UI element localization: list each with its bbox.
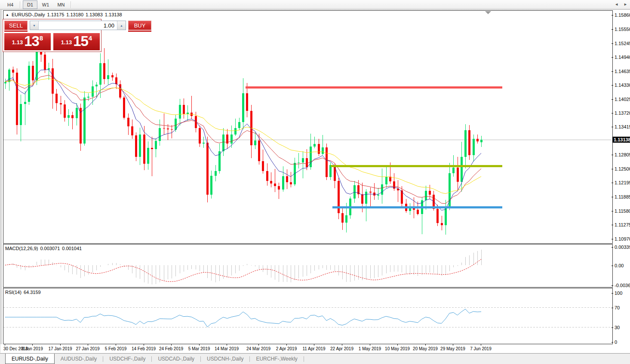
rsi-label: RSI(14)64.3159 xyxy=(5,290,41,295)
tab-audusd-daily[interactable]: AUDUSD-,Daily xyxy=(55,354,103,364)
toolbar-separator xyxy=(20,1,21,8)
time-axis-label: 1 May 2019 xyxy=(359,346,381,351)
time-axis-label: 29 May 2019 xyxy=(440,346,465,351)
time-axis-tick xyxy=(342,344,342,346)
time-axis-tick xyxy=(453,344,453,346)
time-axis-label: 11 Apr 2019 xyxy=(302,346,325,351)
oneclick-collapse-icon[interactable]: ▲ xyxy=(6,13,9,17)
buy-price-pip: 4 xyxy=(89,34,92,42)
timeframe-button-w1[interactable]: W1 xyxy=(38,0,53,9)
rsi-name: RSI(14) xyxy=(5,290,22,295)
time-axis-tick xyxy=(171,344,172,346)
macd-signal-value: 0.001041 xyxy=(62,246,82,251)
macd-label: MACD(12,26,9)0.0030710.001041 xyxy=(5,246,82,251)
rsi-pane[interactable] xyxy=(3,288,613,344)
sell-button[interactable]: SELL xyxy=(4,21,28,30)
time-axis-label: 22 Apr 2019 xyxy=(330,346,353,351)
time-axis-tick xyxy=(32,344,33,346)
chart-shift-marker-icon xyxy=(485,11,491,14)
ohlc-open: 1.13175 xyxy=(47,12,65,17)
tab-eurusd-daily[interactable]: EURUSD-,Daily xyxy=(5,354,55,364)
macd-canvas[interactable] xyxy=(3,245,612,287)
time-axis-tick xyxy=(481,344,481,346)
time-axis-tick xyxy=(314,344,314,346)
time-axis-tick xyxy=(88,344,88,346)
time-axis-label: 8 Jan 2019 xyxy=(22,346,43,351)
time-axis-label: 14 Mar 2019 xyxy=(215,346,239,351)
toolbar-separator xyxy=(71,1,71,8)
volume-decrease-button[interactable]: ▼ xyxy=(30,21,39,30)
buy-button[interactable]: BUY xyxy=(128,21,151,30)
timeframe-toolbar: H4D1W1MN xyxy=(0,0,630,9)
tab-usdcad-daily[interactable]: USDCAD-,Daily xyxy=(152,354,200,364)
time-axis-tick xyxy=(116,344,116,346)
symbol-tabbar: EURUSD-,DailyAUDUSD-,DailyUSDCHF-,DailyU… xyxy=(0,353,630,364)
time-axis-tick xyxy=(5,344,5,346)
time-axis-tick xyxy=(258,344,259,346)
buy-price-prefix: 1.13 xyxy=(61,39,72,46)
ohlc-high: 1.13180 xyxy=(66,12,83,17)
tab-scroll-right-icon[interactable]: ► xyxy=(624,2,627,6)
rsi-value: 64.3159 xyxy=(24,290,41,295)
time-axis-tick xyxy=(286,344,287,346)
sell-price-big: 13 xyxy=(24,34,39,49)
chart-title: ▲EURUSD-,Daily1.131751.131801.130831.131… xyxy=(6,12,122,17)
tab-scroll-left-icon[interactable]: ◄ xyxy=(615,2,618,6)
volume-input[interactable] xyxy=(39,21,117,30)
buy-price-quote[interactable]: 1.13 15 4 xyxy=(53,33,100,50)
ohlc-low: 1.13083 xyxy=(86,12,103,17)
timeframe-button-h4[interactable]: H4 xyxy=(3,0,18,9)
tab-eurchf-weekly[interactable]: EURCHF-,Weekly xyxy=(250,354,303,364)
time-axis-label: 14 Feb 2019 xyxy=(132,346,156,351)
time-axis-tick xyxy=(60,344,61,346)
time-axis-label: 27 Jan 2019 xyxy=(76,346,99,351)
time-axis-label: 10 May 2019 xyxy=(385,346,410,351)
time-axis-tick xyxy=(397,344,398,346)
volume-spinner: ▼ ▲ xyxy=(30,21,126,30)
macd-main-value: 0.003071 xyxy=(40,246,60,251)
time-axis-label: 24 Mar 2019 xyxy=(246,346,270,351)
time-axis-label: 7 Jun 2019 xyxy=(470,346,492,351)
time-axis-tick xyxy=(370,344,370,346)
chart-symbol-label: EURUSD-,Daily xyxy=(12,12,45,17)
time-axis-label: 24 Feb 2019 xyxy=(159,346,183,351)
time-axis[interactable]: 30 Dec 20188 Jan 201917 Jan 201927 Jan 2… xyxy=(1,344,612,353)
time-axis-label: 5 Feb 2019 xyxy=(105,346,127,351)
buy-price-big: 15 xyxy=(73,34,88,49)
tab-scroll-controls: ◄ ► xyxy=(615,2,627,6)
macd-pane[interactable] xyxy=(3,244,613,288)
time-axis-label: 20 May 2019 xyxy=(413,346,438,351)
sell-price-quote[interactable]: 1.13 13 8 xyxy=(4,33,51,50)
tab-usdchf-daily[interactable]: USDCHF-,Daily xyxy=(103,354,151,364)
time-axis-label: 17 Jan 2019 xyxy=(48,346,72,351)
time-axis-tick xyxy=(227,344,227,346)
tab-usdcnh-daily[interactable]: USDCNH-,Daily xyxy=(201,354,249,364)
timeframe-button-mn[interactable]: MN xyxy=(54,0,68,9)
time-axis-tick xyxy=(199,344,200,346)
sell-price-prefix: 1.13 xyxy=(12,39,23,46)
timeframe-button-d1[interactable]: D1 xyxy=(23,0,37,9)
time-axis-label: 5 Mar 2019 xyxy=(188,346,210,351)
macd-name: MACD(12,26,9) xyxy=(5,246,38,251)
one-click-trading-panel: SELL ▼ ▲ BUY 1.13 13 8 1.13 15 4 xyxy=(3,19,101,52)
chart-window xyxy=(1,10,630,353)
trading-terminal: H4D1W1MN ▲EURUSD-,Daily1.131751.131801.1… xyxy=(0,0,630,364)
volume-increase-button[interactable]: ▲ xyxy=(117,21,126,30)
time-axis-tick xyxy=(425,344,426,346)
tab-separator xyxy=(304,356,304,362)
time-axis-tick xyxy=(144,344,144,346)
time-axis-label: 2 Apr 2019 xyxy=(276,346,297,351)
sell-price-pip: 8 xyxy=(40,34,43,42)
rsi-canvas[interactable] xyxy=(3,288,612,344)
ohlc-close: 1.13138 xyxy=(105,12,122,17)
